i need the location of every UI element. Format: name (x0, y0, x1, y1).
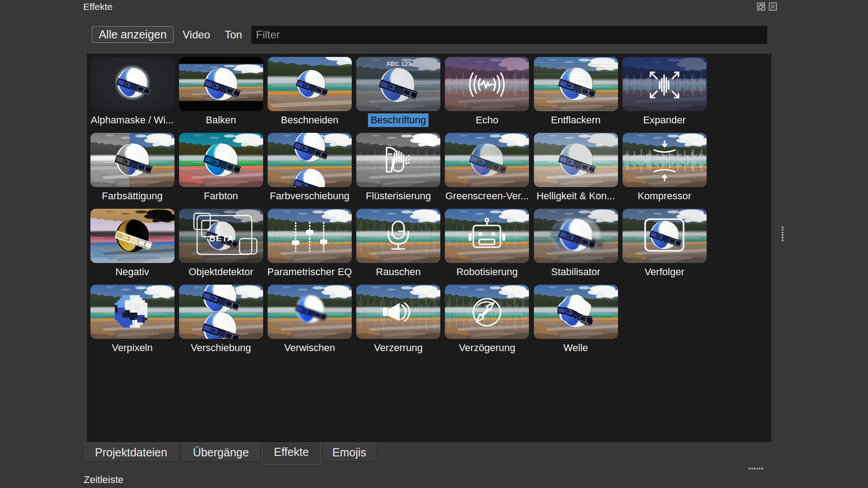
svg-text:BETA: BETA (209, 234, 234, 243)
svg-text:ABC 123: ABC 123 (386, 61, 411, 67)
